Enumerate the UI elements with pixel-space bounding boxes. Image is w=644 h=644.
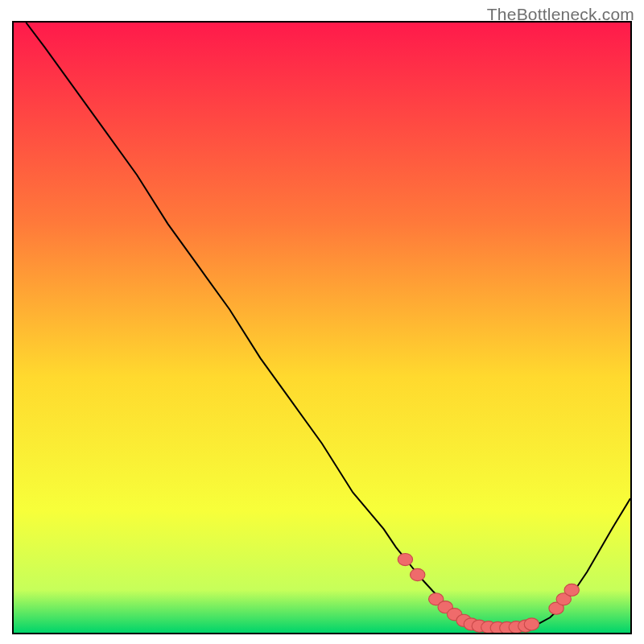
curve-markers bbox=[14, 23, 630, 633]
curve-marker-dot bbox=[398, 553, 412, 565]
chart-container: TheBottleneck.com bbox=[0, 0, 644, 644]
plot-frame bbox=[12, 21, 632, 634]
curve-marker-dot bbox=[411, 568, 425, 580]
curve-marker-dot bbox=[564, 584, 579, 596]
curve-marker-dot bbox=[524, 618, 539, 630]
